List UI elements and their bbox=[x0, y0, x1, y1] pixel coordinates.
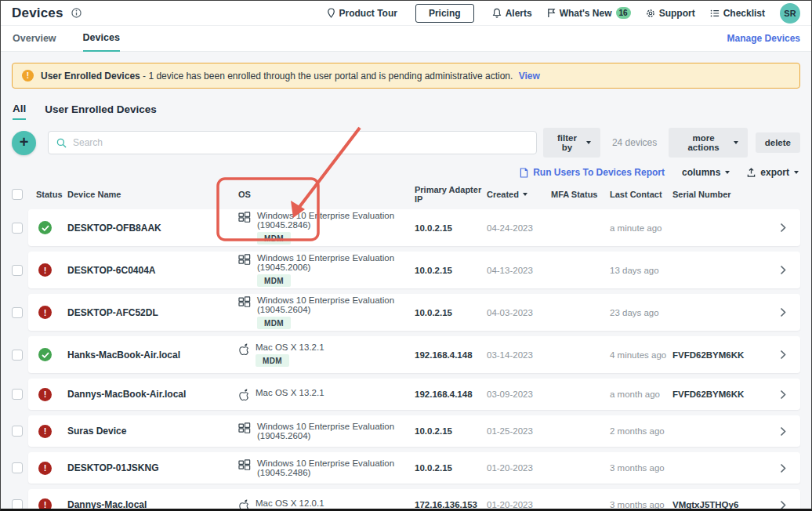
status-error-icon: ! bbox=[38, 498, 52, 511]
tab-overview[interactable]: Overview bbox=[13, 33, 56, 51]
status-ok-icon bbox=[38, 348, 52, 361]
row-chevron-icon[interactable] bbox=[765, 463, 800, 473]
created-date: 04-13-2023 bbox=[487, 266, 551, 275]
table-header: Status Device Name OS Primary Adapter IP… bbox=[1, 185, 811, 204]
row-checkbox[interactable] bbox=[12, 223, 23, 234]
row-checkbox[interactable] bbox=[12, 389, 23, 400]
last-contact: a month ago bbox=[610, 390, 672, 399]
os-version: Windows 10 Enterprise Evaluation (19045.… bbox=[257, 211, 415, 230]
os-cell: Mac OS X 13.2.1 bbox=[238, 388, 415, 401]
chevron-down-icon bbox=[734, 141, 738, 144]
checklist-button[interactable]: Checklist bbox=[710, 8, 765, 19]
os-version: Mac OS X 12.0.1 bbox=[256, 498, 324, 508]
device-row-card[interactable]: !Suras DeviceWindows 10 Enterprise Evalu… bbox=[28, 415, 800, 447]
row-checkbox[interactable] bbox=[12, 499, 23, 510]
device-row-card[interactable]: !Dannys-MacBook-Air.localMac OS X 13.2.1… bbox=[28, 379, 800, 410]
device-row-card[interactable]: !DESKTOP-01JSKNGWindows 10 Enterprise Ev… bbox=[28, 452, 800, 484]
columns-dropdown[interactable]: columns bbox=[682, 167, 730, 178]
device-list-tabs: All User Enrolled Devices bbox=[13, 103, 799, 120]
banner-view-link[interactable]: View bbox=[519, 71, 540, 82]
row-chevron-icon[interactable] bbox=[765, 307, 800, 317]
row-checkbox[interactable] bbox=[12, 350, 23, 361]
device-row-card[interactable]: !Dannys-Mac.localMac OS X 12.0.1172.16.1… bbox=[28, 489, 800, 511]
os-version: Windows 10 Enterprise Evaluation (19045.… bbox=[257, 295, 415, 314]
row-checkbox[interactable] bbox=[12, 462, 23, 473]
row-chevron-icon[interactable] bbox=[765, 390, 800, 400]
alerts-button[interactable]: Alerts bbox=[492, 8, 532, 19]
os-cell: Mac OS X 13.2.1MDM bbox=[238, 342, 415, 367]
device-row-card[interactable]: Hanks-MacBook-Air.localMac OS X 13.2.1MD… bbox=[28, 336, 800, 373]
created-date: 01-25-2023 bbox=[487, 426, 551, 436]
status-error-icon: ! bbox=[38, 263, 52, 277]
os-version: Windows 10 Enterprise Evaluation (19045.… bbox=[257, 422, 415, 440]
windows-icon bbox=[238, 253, 251, 265]
device-row-card[interactable]: !DESKTOP-6C0404AWindows 10 Enterprise Ev… bbox=[28, 252, 800, 288]
manage-devices-link[interactable]: Manage Devices bbox=[727, 33, 800, 44]
row-checkbox[interactable] bbox=[12, 307, 23, 318]
serial-number: VMgtxJ5THQy6 bbox=[672, 500, 765, 509]
os-version: Windows 10 Enterprise Evaluation (19045.… bbox=[257, 253, 415, 272]
os-cell: Windows 10 Enterprise Evaluation (19045.… bbox=[238, 211, 415, 245]
row-chevron-icon[interactable] bbox=[765, 223, 800, 233]
tab-devices[interactable]: Devices bbox=[83, 32, 120, 52]
created-date: 04-24-2023 bbox=[487, 223, 551, 233]
mdm-badge: MDM bbox=[257, 317, 291, 329]
support-button[interactable]: Support bbox=[646, 8, 695, 19]
row-chevron-icon[interactable] bbox=[765, 265, 800, 275]
apple-icon bbox=[238, 388, 249, 401]
table-row: !DESKTOP-01JSKNGWindows 10 Enterprise Ev… bbox=[12, 452, 800, 484]
gear-icon bbox=[646, 9, 655, 18]
last-contact: 2 months ago bbox=[610, 426, 672, 436]
devices-console: Devices Product Tour Pricing Alerts What… bbox=[0, 0, 812, 511]
page-tabs: Overview Devices Manage Devices bbox=[1, 26, 811, 52]
user-avatar[interactable]: SR bbox=[780, 3, 800, 24]
chevron-down-icon bbox=[725, 171, 730, 174]
device-name: DESKTOP-OFB8AAK bbox=[67, 223, 238, 234]
column-header-primary-adapter-ip[interactable]: Primary Adapter IP bbox=[415, 185, 487, 204]
row-checkbox[interactable] bbox=[12, 265, 23, 276]
column-header-last-contact[interactable]: Last Contact bbox=[610, 190, 672, 199]
add-device-button[interactable]: + bbox=[12, 131, 36, 155]
more-actions-button[interactable]: more actions bbox=[669, 128, 747, 158]
chevron-down-icon bbox=[586, 141, 591, 144]
column-header-os[interactable]: OS bbox=[238, 190, 415, 199]
pricing-button[interactable]: Pricing bbox=[415, 4, 474, 23]
toolbar: + filter by 24 devices more actions dele… bbox=[12, 128, 800, 158]
tab-user-enrolled-devices[interactable]: User Enrolled Devices bbox=[45, 103, 157, 119]
os-cell: Windows 10 Enterprise Evaluation (19045.… bbox=[238, 253, 415, 287]
column-header-status[interactable]: Status bbox=[28, 190, 67, 199]
os-version: Windows 10 Enterprise Evaluation (19045.… bbox=[257, 458, 415, 477]
product-tour-button[interactable]: Product Tour bbox=[327, 8, 397, 19]
run-users-to-devices-report-link[interactable]: Run Users To Devices Report bbox=[520, 167, 665, 178]
table-row: !DESKTOP-6C0404AWindows 10 Enterprise Ev… bbox=[12, 252, 800, 288]
column-header-serial-number[interactable]: Serial Number bbox=[672, 190, 765, 199]
column-header-created[interactable]: Created bbox=[487, 190, 551, 199]
search-input[interactable] bbox=[73, 137, 528, 148]
last-contact: 4 minutes ago bbox=[610, 350, 672, 360]
row-chevron-icon[interactable] bbox=[765, 350, 800, 360]
filter-by-button[interactable]: filter by bbox=[543, 128, 600, 158]
info-icon[interactable] bbox=[71, 8, 82, 18]
banner-title: User Enrolled Devices bbox=[41, 71, 140, 82]
created-date: 04-03-2023 bbox=[487, 308, 551, 317]
row-checkbox[interactable] bbox=[12, 426, 23, 437]
whats-new-button[interactable]: What's New 16 bbox=[547, 7, 631, 19]
row-chevron-icon[interactable] bbox=[765, 426, 800, 437]
column-header-mfa-status[interactable]: MFA Status bbox=[551, 190, 610, 199]
row-chevron-icon[interactable] bbox=[765, 500, 800, 510]
column-header-device-name[interactable]: Device Name bbox=[67, 190, 238, 199]
windows-icon bbox=[238, 422, 251, 433]
pin-icon bbox=[327, 8, 335, 18]
tab-all-devices[interactable]: All bbox=[13, 103, 26, 120]
device-row-card[interactable]: !DESKTOP-AFC52DLWindows 10 Enterprise Ev… bbox=[28, 294, 800, 331]
status-error-icon: ! bbox=[38, 462, 52, 475]
search-box bbox=[48, 131, 537, 154]
table-row: !Suras DeviceWindows 10 Enterprise Evalu… bbox=[12, 415, 800, 447]
export-dropdown[interactable]: export bbox=[747, 167, 799, 178]
select-all-checkbox[interactable] bbox=[12, 189, 23, 200]
chevron-down-icon bbox=[794, 171, 799, 174]
device-row-card[interactable]: DESKTOP-OFB8AAKWindows 10 Enterprise Eva… bbox=[28, 209, 800, 246]
device-count: 24 devices bbox=[612, 137, 657, 148]
delete-button[interactable]: delete bbox=[756, 132, 800, 153]
created-date: 01-20-2023 bbox=[487, 463, 551, 473]
